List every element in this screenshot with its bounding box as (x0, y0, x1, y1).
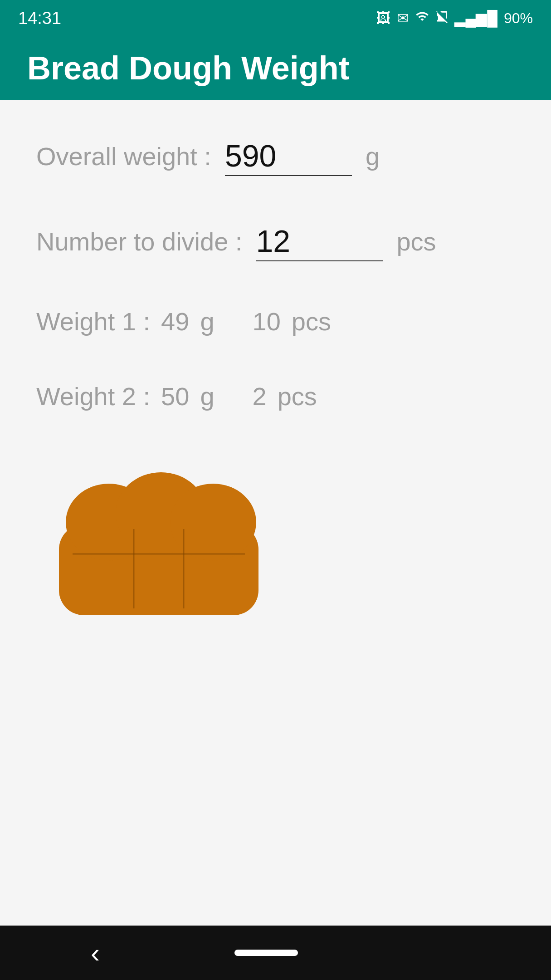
status-icons: 🖼 ✉ ▂▄▆█ 90% (376, 10, 533, 27)
image-icon: 🖼 (376, 10, 390, 27)
number-to-divide-label: Number to divide : (36, 227, 242, 256)
signal-strength-icon: ▂▄▆█ (454, 10, 497, 27)
weight2-count-unit: pcs (278, 382, 317, 411)
weight2-unit: g (200, 382, 214, 411)
weight1-count: 10 (253, 307, 281, 336)
overall-weight-unit: g (366, 142, 380, 171)
home-button[interactable] (234, 950, 298, 956)
weight1-label: Weight 1 : (36, 307, 150, 336)
status-bar: 14:31 🖼 ✉ ▂▄▆█ 90% (0, 0, 551, 36)
overall-weight-label: Overall weight : (36, 142, 211, 171)
weight2-count: 2 (253, 382, 267, 411)
back-button[interactable]: ‹ (91, 937, 100, 969)
overall-weight-input[interactable] (225, 136, 352, 176)
main-content: Overall weight : g Number to divide : pc… (0, 100, 551, 656)
overall-weight-row: Overall weight : g (36, 127, 515, 185)
number-to-divide-input[interactable] (256, 221, 383, 261)
signal-icon (415, 10, 429, 27)
app-bar: Bread Dough Weight (0, 36, 551, 100)
number-to-divide-unit: pcs (396, 227, 436, 256)
weight1-value: 49 (161, 307, 189, 336)
mail-icon: ✉ (397, 10, 409, 27)
bread-svg (45, 466, 272, 629)
nav-bar: ‹ (0, 926, 551, 980)
weight2-value: 50 (161, 382, 189, 411)
weight1-count-unit: pcs (292, 307, 331, 336)
weight1-unit: g (200, 307, 214, 336)
weight1-row: Weight 1 : 49 g 10 pcs (36, 298, 515, 345)
number-to-divide-row: Number to divide : pcs (36, 212, 515, 270)
weight2-row: Weight 2 : 50 g 2 pcs (36, 372, 515, 420)
battery-indicator: 90% (504, 10, 533, 27)
network-icon (435, 10, 448, 27)
weight2-label: Weight 2 : (36, 382, 150, 411)
app-title: Bread Dough Weight (27, 49, 350, 87)
status-time: 14:31 (18, 9, 61, 28)
bread-illustration (36, 466, 515, 629)
